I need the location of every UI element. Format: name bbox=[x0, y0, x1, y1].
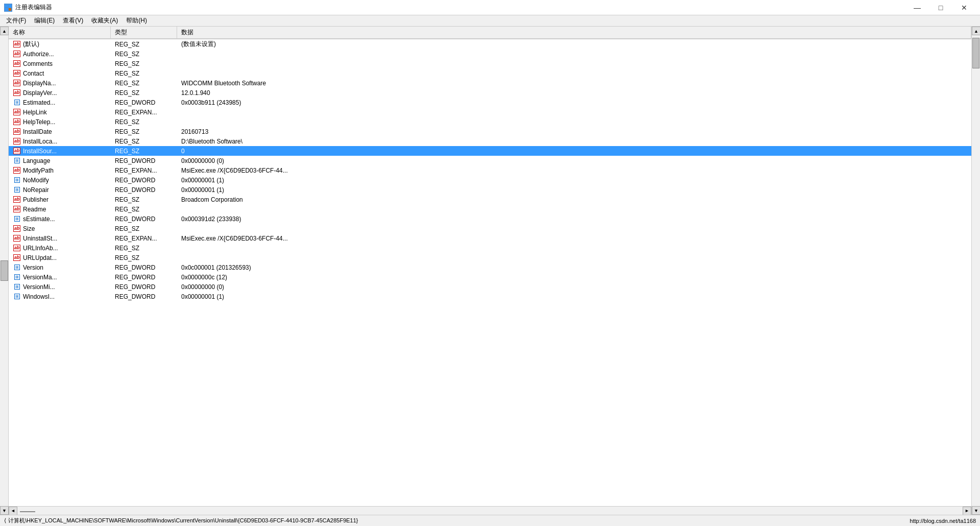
scroll-down-btn[interactable]: ▼ bbox=[0, 506, 9, 515]
main-content: ▲ ▼ 名称 类型 数据 ab (默认) REG_SZ (数值未设置) bbox=[0, 27, 980, 515]
cell-name: ab Readme bbox=[9, 205, 111, 213]
table-row[interactable]: ⊞ sEstimate... REG_DWORD 0x000391d2 (233… bbox=[9, 214, 971, 224]
sz-icon: ab bbox=[13, 60, 21, 67]
table-row[interactable]: ⊞ NoModify REG_DWORD 0x00000001 (1) bbox=[9, 175, 971, 185]
table-row[interactable]: ab Readme REG_SZ bbox=[9, 204, 971, 214]
cell-data: 0x000391d2 (233938) bbox=[177, 215, 971, 223]
table-row[interactable]: ab ModifyPath REG_EXPAN... MsiExec.exe /… bbox=[9, 165, 971, 175]
dword-icon: ⊞ bbox=[13, 157, 21, 164]
cell-type: REG_DWORD bbox=[111, 176, 177, 184]
cell-name: ab Contact bbox=[9, 69, 111, 78]
cell-name: ab InstallDate bbox=[9, 128, 111, 136]
table-row[interactable]: ab Contact REG_SZ bbox=[9, 68, 971, 78]
header-type: 类型 bbox=[111, 27, 177, 38]
table-row[interactable]: ab HelpLink REG_EXPAN... bbox=[9, 107, 971, 117]
cell-name: ⊞ VersionMa... bbox=[9, 273, 111, 281]
menu-favorites[interactable]: 收藏夹(A) bbox=[87, 15, 122, 26]
status-url: http://blog.csdn.net/ta1168 bbox=[910, 518, 976, 524]
vscroll-down-btn[interactable]: ▼ bbox=[972, 506, 980, 515]
sz-icon: ab bbox=[13, 148, 21, 155]
header-data: 数据 bbox=[177, 27, 971, 38]
cell-data bbox=[177, 122, 971, 123]
table-row[interactable]: ab Publisher REG_SZ Broadcom Corporation bbox=[9, 195, 971, 204]
status-bar: ⟨ 计算机\HKEY_LOCAL_MACHINE\SOFTWARE\Micros… bbox=[0, 515, 980, 526]
table-row[interactable]: ab DisplayVer... REG_SZ 12.0.1.940 bbox=[9, 88, 971, 98]
close-button[interactable]: ✕ bbox=[952, 0, 976, 15]
menu-edit[interactable]: 编辑(E) bbox=[30, 15, 59, 26]
svg-rect-2 bbox=[5, 8, 8, 11]
cell-type: REG_SZ bbox=[111, 128, 177, 136]
vscroll-up-btn[interactable]: ▲ bbox=[972, 27, 980, 35]
menu-help[interactable]: 帮助(H) bbox=[122, 15, 151, 26]
sz-icon: ab bbox=[13, 225, 21, 232]
table-row[interactable]: ab Authorize... REG_SZ bbox=[9, 49, 971, 59]
sz-icon: ab bbox=[13, 80, 21, 87]
table-row[interactable]: ab InstallSour... REG_SZ 0 bbox=[9, 146, 971, 156]
cell-name: ab UninstallSt... bbox=[9, 234, 111, 243]
table-row[interactable]: ab DisplayNa... REG_SZ WIDCOMM Bluetooth… bbox=[9, 78, 971, 88]
cell-data: 20160713 bbox=[177, 128, 971, 136]
hscroll-right-btn[interactable]: ► bbox=[963, 507, 971, 515]
sz-icon: ab bbox=[13, 167, 21, 174]
cell-data: (数值未设置) bbox=[177, 39, 971, 49]
cell-type: REG_SZ bbox=[111, 79, 177, 87]
table-body[interactable]: ab (默认) REG_SZ (数值未设置) ab Authorize... R… bbox=[9, 39, 971, 499]
table-row[interactable]: ⊞ VersionMa... REG_DWORD 0x0000000c (12) bbox=[9, 272, 971, 282]
cell-type: REG_DWORD bbox=[111, 157, 177, 165]
table-row[interactable]: ab InstallDate REG_SZ 20160713 bbox=[9, 127, 971, 136]
cell-name: ⊞ Estimated... bbox=[9, 99, 111, 107]
minimize-button[interactable]: — bbox=[905, 0, 929, 15]
table-row[interactable]: ab URLInfoAb... REG_SZ bbox=[9, 243, 971, 253]
cell-type: REG_SZ bbox=[111, 69, 177, 78]
cell-type: REG_SZ bbox=[111, 40, 177, 49]
cell-data: Broadcom Corporation bbox=[177, 196, 971, 204]
dword-icon: ⊞ bbox=[13, 264, 21, 271]
cell-name: ab Comments bbox=[9, 60, 111, 68]
sz-icon: ab bbox=[13, 235, 21, 242]
cell-data: 0 bbox=[177, 147, 971, 155]
menu-file[interactable]: 文件(F) bbox=[2, 15, 30, 26]
title-bar-left: 注册表编辑器 bbox=[4, 3, 52, 12]
cell-type: REG_DWORD bbox=[111, 186, 177, 194]
vscroll-thumb[interactable] bbox=[972, 38, 979, 68]
vscroll-track[interactable] bbox=[972, 35, 980, 506]
hscroll-thumb[interactable] bbox=[20, 511, 35, 512]
sz-icon: ab bbox=[13, 206, 21, 213]
table-row[interactable]: ab Size REG_SZ bbox=[9, 224, 971, 233]
table-row[interactable]: ab InstallLoca... REG_SZ D:\Bluetooth So… bbox=[9, 136, 971, 146]
sz-icon: ab bbox=[13, 196, 21, 203]
table-row[interactable]: ⊞ WindowsI... REG_DWORD 0x00000001 (1) bbox=[9, 292, 971, 301]
table-row[interactable]: ab Comments REG_SZ bbox=[9, 59, 971, 68]
table-row[interactable]: ab (默认) REG_SZ (数值未设置) bbox=[9, 39, 971, 49]
table-row[interactable]: ab HelpTelep... REG_SZ bbox=[9, 117, 971, 127]
cell-name: ⊞ Language bbox=[9, 157, 111, 165]
cell-type: REG_SZ bbox=[111, 50, 177, 58]
window-controls: — □ ✕ bbox=[905, 0, 976, 15]
table-row[interactable]: ⊞ Language REG_DWORD 0x00000000 (0) bbox=[9, 156, 971, 165]
cell-data bbox=[177, 54, 971, 55]
table-row[interactable]: ⊞ VersionMi... REG_DWORD 0x00000000 (0) bbox=[9, 282, 971, 292]
table-row[interactable]: ab URLUpdat... REG_SZ bbox=[9, 253, 971, 262]
cell-data bbox=[177, 248, 971, 249]
cell-name: ab Authorize... bbox=[9, 50, 111, 58]
hscroll-left-btn[interactable]: ◄ bbox=[9, 507, 17, 515]
table-row[interactable]: ⊞ NoRepair REG_DWORD 0x00000001 (1) bbox=[9, 185, 971, 195]
cell-type: REG_DWORD bbox=[111, 264, 177, 272]
horizontal-scrollbar: ◄ ► bbox=[9, 506, 971, 515]
cell-name: ab Size bbox=[9, 225, 111, 233]
window-title: 注册表编辑器 bbox=[15, 3, 52, 12]
table-row[interactable]: ab UninstallSt... REG_EXPAN... MsiExec.e… bbox=[9, 233, 971, 243]
cell-type: REG_SZ bbox=[111, 196, 177, 204]
table-row[interactable]: ⊞ Version REG_DWORD 0x0c000001 (20132659… bbox=[9, 262, 971, 272]
sz-icon: ab bbox=[13, 138, 21, 145]
cell-name: ⊞ NoModify bbox=[9, 176, 111, 184]
maximize-button[interactable]: □ bbox=[929, 0, 952, 15]
sz-icon: ab bbox=[13, 51, 21, 58]
menu-view[interactable]: 查看(V) bbox=[59, 15, 87, 26]
scroll-up-btn[interactable]: ▲ bbox=[0, 27, 9, 35]
cell-type: REG_DWORD bbox=[111, 215, 177, 223]
cell-type: REG_SZ bbox=[111, 205, 177, 213]
cell-data: 0x00000001 (1) bbox=[177, 186, 971, 194]
cell-data: D:\Bluetooth Software\ bbox=[177, 137, 971, 146]
table-row[interactable]: ⊞ Estimated... REG_DWORD 0x0003b911 (243… bbox=[9, 98, 971, 107]
